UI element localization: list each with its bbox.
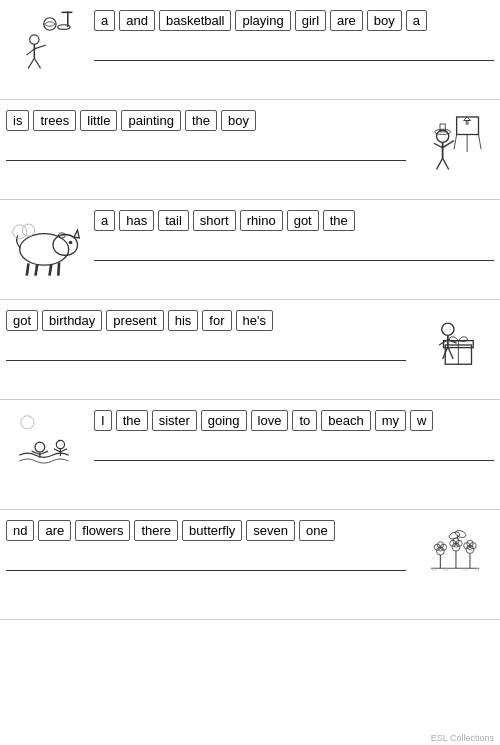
word-tiles-2: is trees little painting the boy (6, 110, 406, 131)
answer-line-1[interactable] (94, 43, 494, 61)
word-tile: a (94, 10, 115, 31)
svg-point-49 (56, 440, 64, 448)
svg-line-9 (34, 58, 40, 68)
beach-icon (11, 410, 81, 480)
word-tile: love (251, 410, 289, 431)
word-tile: present (106, 310, 163, 331)
word-tile: w (410, 410, 433, 431)
svg-point-3 (44, 18, 56, 30)
word-tile: the (185, 110, 217, 131)
exercise-section-1: a and basketball playing girl are boy a (0, 0, 500, 100)
word-tile: for (202, 310, 231, 331)
word-tile: my (375, 410, 406, 431)
words-area-4: got birthday present his for he's (6, 310, 406, 361)
word-tile: and (119, 10, 155, 31)
svg-line-11 (454, 135, 457, 150)
answer-line-2[interactable] (6, 143, 406, 161)
flowers-icon (419, 520, 489, 590)
word-tiles-5: I the sister going love to beach my w (94, 410, 494, 431)
word-tile: got (6, 310, 38, 331)
word-tile: boy (221, 110, 256, 131)
svg-line-31 (50, 264, 52, 275)
word-tile: going (201, 410, 247, 431)
word-tile: a (94, 210, 115, 231)
basketball-icon (11, 10, 81, 80)
word-tile: there (134, 520, 178, 541)
word-tile: the (116, 410, 148, 431)
answer-line-4[interactable] (6, 343, 406, 361)
answer-line-6[interactable] (6, 553, 406, 571)
word-tiles-3: a has tail short rhino got the (94, 210, 494, 231)
svg-marker-26 (74, 230, 79, 238)
exercise-section-6: nd are flowers there butterfly seven one (0, 510, 500, 620)
word-tile: a (406, 10, 427, 31)
exercise-section-5: I the sister going love to beach my w (0, 400, 500, 510)
word-tile: is (6, 110, 29, 131)
svg-point-45 (35, 442, 45, 452)
image-painter (414, 110, 494, 180)
painter-icon (419, 110, 489, 180)
svg-line-7 (34, 45, 46, 49)
word-tile: got (287, 210, 319, 231)
exercise-section-4: got birthday present his for he's (0, 300, 500, 400)
svg-line-20 (437, 158, 443, 169)
word-tile: his (168, 310, 199, 331)
word-tile: one (299, 520, 335, 541)
word-tile: little (80, 110, 117, 131)
svg-line-12 (479, 135, 482, 150)
svg-line-6 (27, 49, 35, 55)
svg-line-30 (36, 264, 38, 275)
svg-point-44 (21, 416, 34, 429)
svg-point-33 (13, 225, 27, 239)
word-tile: sister (152, 410, 197, 431)
word-tile: birthday (42, 310, 102, 331)
svg-line-21 (443, 158, 449, 169)
exercise-section-3: a has tail short rhino got the (0, 200, 500, 300)
word-tile: he's (236, 310, 273, 331)
svg-line-43 (448, 347, 453, 359)
image-beach (6, 410, 86, 480)
image-birthday (414, 310, 494, 380)
word-tile: rhino (240, 210, 283, 231)
word-tile: trees (33, 110, 76, 131)
word-tile: flowers (75, 520, 130, 541)
word-tile: tail (158, 210, 189, 231)
word-tile: I (94, 410, 112, 431)
svg-point-28 (69, 241, 73, 245)
svg-line-8 (28, 58, 34, 68)
word-tile: nd (6, 520, 34, 541)
word-tile: boy (367, 10, 402, 31)
word-tile: beach (321, 410, 370, 431)
svg-line-29 (27, 263, 29, 275)
svg-line-19 (434, 143, 443, 147)
word-tile: short (193, 210, 236, 231)
word-tile: are (38, 520, 71, 541)
answer-line-3[interactable] (94, 243, 494, 261)
word-tile: girl (295, 10, 326, 31)
image-flowers (414, 520, 494, 590)
word-tile: the (323, 210, 355, 231)
birthday-icon (419, 310, 489, 380)
rhino-icon (11, 210, 81, 280)
word-tiles-1: a and basketball playing girl are boy a (94, 10, 494, 31)
svg-point-4 (30, 35, 39, 44)
image-basketball (6, 10, 86, 80)
words-area-3: a has tail short rhino got the (94, 210, 494, 261)
word-tile: butterfly (182, 520, 242, 541)
image-rhino (6, 210, 86, 280)
answer-line-5[interactable] (94, 443, 494, 461)
watermark: ESL Collections (431, 733, 494, 743)
svg-point-73 (454, 529, 466, 539)
svg-rect-10 (457, 117, 479, 135)
word-tiles-6: nd are flowers there butterfly seven one (6, 520, 406, 541)
svg-point-34 (22, 224, 34, 236)
words-area-6: nd are flowers there butterfly seven one (6, 520, 406, 571)
word-tile: playing (235, 10, 290, 31)
word-tile: basketball (159, 10, 232, 31)
exercise-section-2: is trees little painting the boy (0, 100, 500, 200)
word-tile: painting (121, 110, 181, 131)
word-tile: seven (246, 520, 295, 541)
words-area-5: I the sister going love to beach my w (94, 410, 494, 461)
svg-line-32 (58, 263, 59, 276)
svg-rect-15 (466, 121, 468, 125)
